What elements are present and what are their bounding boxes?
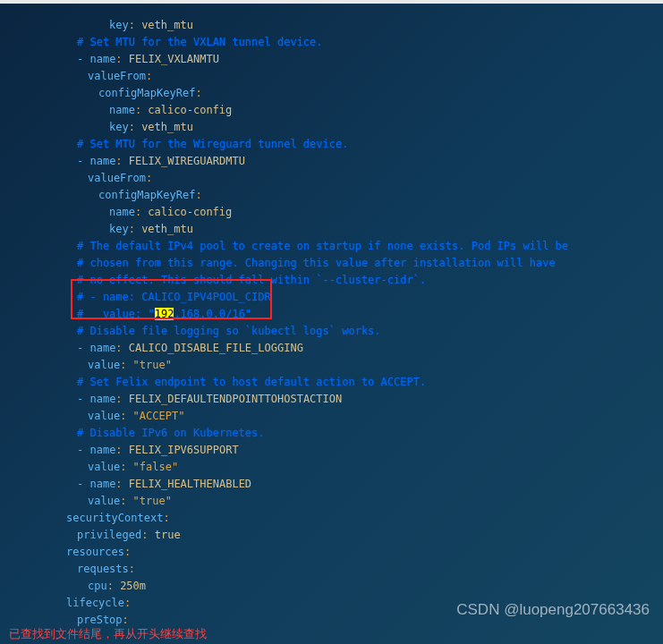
code-line[interactable]: key: veth_mtu [0,221,663,238]
code-token: : [129,563,135,575]
code-token: configMapKeyRef [98,87,195,99]
code-line[interactable]: # Set MTU for the VXLAN tunnel device. [0,34,663,51]
code-token: : [135,206,148,218]
code-token: # Set MTU for the VXLAN tunnel device. [77,36,323,48]
code-token: name [89,393,115,405]
code-token: cpu [88,580,107,592]
code-line[interactable]: key: veth_mtu [0,17,663,34]
code-token: value [88,495,120,507]
code-line[interactable]: # The default IPv4 pool to create on sta… [0,238,663,255]
code-token: : [129,223,141,235]
code-token: key [109,19,129,31]
code-token: privileged [77,529,141,541]
code-line[interactable]: key: veth_mtu [0,119,663,136]
code-token: : [115,342,128,354]
code-line[interactable]: value: "ACCEPT" [0,408,663,425]
code-line[interactable]: - name: FELIX_WIREGUARDMTU [0,153,663,170]
code-token: name [109,104,135,116]
code-token: securityContext [66,512,163,524]
code-token: CALICO_DISABLE_FILE_LOGGING [129,342,303,354]
code-token: : [195,189,201,201]
code-token: # chosen from this range. Changing this … [77,257,556,269]
code-token: : [120,410,132,422]
code-token: "false" [133,461,179,473]
code-token: : [124,597,131,609]
code-line[interactable]: # Disable file logging so `kubectl logs`… [0,323,663,340]
code-token: calico-config [148,104,232,116]
code-line[interactable]: - name: FELIX_DEFAULTENDPOINTTOHOSTACTIO… [0,391,663,408]
code-token: name [89,478,115,490]
code-token: calico-config [148,206,232,218]
code-line[interactable]: value: "true" [0,493,663,510]
code-line[interactable]: # Set Felix endpoint to host default act… [0,374,663,391]
code-token: name [109,206,135,218]
code-token: : [115,478,128,490]
code-token: veth_mtu [141,121,193,133]
code-line[interactable]: privileged: true [0,527,663,544]
code-line[interactable]: valueFrom: [0,170,663,187]
code-token: name [89,53,115,65]
code-line[interactable]: # chosen from this range. Changing this … [0,255,663,272]
code-token: value [88,359,120,371]
code-token: : [115,393,128,405]
code-token: configMapKeyRef [98,189,195,201]
code-line[interactable]: # Set MTU for the Wireguard tunnel devic… [0,136,663,153]
code-token: : [195,87,201,99]
code-line[interactable]: name: calico-config [0,204,663,221]
code-line[interactable]: - name: FELIX_IPV6SUPPORT [0,442,663,459]
code-line[interactable]: - name: FELIX_VXLANMTU [0,51,663,68]
code-token: value [88,461,120,473]
code-line[interactable]: securityContext: [0,510,663,527]
code-token: : [120,359,132,371]
code-token: : [124,546,131,558]
code-token: preStop [77,614,123,626]
code-token: : [146,70,152,82]
code-token: "ACCEPT" [133,410,185,422]
code-token: FELIX_IPV6SUPPORT [129,444,239,456]
code-line[interactable]: configMapKeyRef: [0,85,663,102]
code-token: # Disable file logging so `kubectl logs`… [77,325,381,337]
code-token: key [109,223,129,235]
code-token: lifecycle [66,597,124,609]
code-line[interactable]: resources: [0,544,663,561]
code-line[interactable]: name: calico-config [0,102,663,119]
code-token: - [77,155,89,167]
code-token: : [107,580,120,592]
code-token: 250m [120,580,146,592]
code-line[interactable]: value: "true" [0,357,663,374]
code-token: # Disable IPv6 on Kubernetes. [77,427,265,439]
code-token: veth_mtu [141,223,193,235]
code-line[interactable]: # value: "192.168.0.0/16" [0,306,663,323]
watermark: CSDN @luopeng207663436 [456,601,650,619]
code-editor[interactable]: key: veth_mtu# Set MTU for the VXLAN tun… [0,4,663,629]
code-token: # no effect. This should fall within `--… [77,274,426,286]
code-line[interactable]: requests: [0,561,663,578]
code-token: : [129,121,141,133]
code-token: name [89,444,115,456]
code-token: valueFrom [88,172,146,184]
code-token: valueFrom [88,70,146,82]
code-line[interactable]: # no effect. This should fall within `--… [0,272,663,289]
code-line[interactable]: - name: FELIX_HEALTHENABLED [0,476,663,493]
code-token: : [163,512,169,524]
code-token: FELIX_HEALTHENABLED [129,478,251,490]
code-token: FELIX_DEFAULTENDPOINTTOHOSTACTION [129,393,342,405]
code-line[interactable]: valueFrom: [0,68,663,85]
code-line[interactable]: - name: CALICO_DISABLE_FILE_LOGGING [0,340,663,357]
code-token: : [141,529,154,541]
code-token: "true" [133,359,172,371]
code-token: 192 [155,308,174,320]
code-token: requests [77,563,129,575]
code-token: # - name: CALICO_IPV4POOL_CIDR [77,291,271,303]
code-line[interactable]: value: "false" [0,459,663,476]
code-token: : [123,614,129,626]
code-line[interactable]: # Disable IPv6 on Kubernetes. [0,425,663,442]
code-token: - [77,444,89,456]
code-line[interactable]: configMapKeyRef: [0,187,663,204]
code-line[interactable]: cpu: 250m [0,578,663,595]
code-token: - [77,393,89,405]
code-token: - [77,342,89,354]
code-token: veth_mtu [141,19,193,31]
code-line[interactable]: # - name: CALICO_IPV4POOL_CIDR [0,289,663,306]
code-token: # value: " [77,308,155,320]
